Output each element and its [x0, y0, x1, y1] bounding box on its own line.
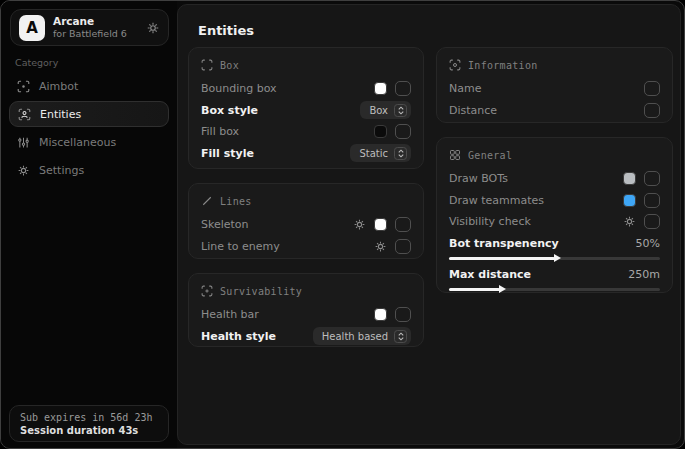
app-header-card: A Arcane for Battlefield 6	[10, 9, 169, 46]
color-swatch[interactable]	[623, 172, 636, 185]
visibility-config-gear-icon[interactable]	[623, 215, 636, 228]
setting-row-distance: Distance	[449, 100, 660, 122]
grid-icon	[449, 149, 461, 161]
box-style-dropdown[interactable]: Box	[360, 101, 411, 119]
survivability-icon	[201, 285, 213, 297]
health-style-dropdown[interactable]: Health based	[313, 327, 411, 345]
setting-row-box-style: Box style Box	[201, 100, 411, 122]
panel-title: General	[468, 150, 512, 161]
bounding-box-checkbox[interactable]	[395, 81, 411, 96]
category-label: Category	[15, 57, 58, 68]
skeleton-config-gear-icon[interactable]	[353, 218, 366, 231]
panel-title: Information	[468, 60, 538, 71]
panel-information: Information Name Distance	[436, 47, 673, 123]
session-duration-text: Session duration 43s	[20, 425, 158, 436]
main-content: Entities Box Bounding box Box style	[177, 4, 681, 445]
setting-row-visibility-check: Visibility check	[449, 211, 660, 233]
chevron-up-down-icon	[394, 330, 407, 343]
setting-row-line-to-enemy: Line to enemy	[201, 236, 411, 258]
chevron-up-down-icon	[394, 104, 407, 117]
setting-row-bounding-box: Bounding box	[201, 78, 411, 100]
panel-title: Survivability	[220, 286, 302, 297]
visibility-check-checkbox[interactable]	[644, 214, 660, 229]
panel-survivability: Survivability Health bar Health style He…	[188, 273, 424, 347]
panel-lines: Lines Skeleton Line to enemy	[188, 183, 424, 259]
setting-row-draw-teammates: Draw teammates	[449, 190, 660, 212]
app-logo: A	[19, 15, 45, 41]
app-subtitle: for Battlefield 6	[53, 28, 127, 40]
setting-row-health-bar: Health bar	[201, 304, 411, 326]
sidebar: A Arcane for Battlefield 6 Category Aimb…	[1, 1, 177, 448]
setting-row-fill-style: Fill style Static	[201, 143, 411, 165]
gear-icon	[17, 164, 30, 177]
panel-title: Lines	[220, 196, 252, 207]
crosshair-icon	[17, 80, 30, 93]
max-distance-slider-group: Max distance 250m	[449, 267, 660, 291]
color-swatch[interactable]	[374, 125, 387, 138]
line-icon	[201, 195, 213, 207]
sub-expiry-text: Sub expires in 56d 23h	[20, 412, 158, 423]
slider-thumb[interactable]	[554, 254, 561, 262]
entity-scan-icon	[18, 108, 31, 121]
fill-style-dropdown[interactable]: Static	[350, 144, 411, 162]
app-name: Arcane	[53, 15, 127, 28]
draw-bots-checkbox[interactable]	[644, 171, 660, 186]
panel-title: Box	[220, 60, 239, 71]
information-icon	[449, 59, 461, 71]
bot-transparency-slider[interactable]	[449, 257, 660, 260]
sidebar-item-label: Settings	[39, 164, 84, 177]
line-config-gear-icon[interactable]	[374, 240, 387, 253]
bot-transparency-slider-group: Bot transpenency 50%	[449, 236, 660, 260]
fill-box-checkbox[interactable]	[395, 124, 411, 139]
panel-general: General Draw BOTs Draw teammates Visibil…	[436, 137, 673, 293]
slider-value: 50%	[636, 237, 660, 250]
distance-checkbox[interactable]	[644, 103, 660, 118]
name-checkbox[interactable]	[644, 81, 660, 96]
page-title: Entities	[198, 23, 254, 38]
setting-row-fill-box: Fill box	[201, 121, 411, 143]
sidebar-item-label: Miscellaneous	[39, 136, 116, 149]
slider-value: 250m	[628, 268, 660, 281]
slider-thumb[interactable]	[499, 285, 506, 293]
health-bar-checkbox[interactable]	[395, 307, 411, 322]
sidebar-item-aimbot[interactable]: Aimbot	[9, 73, 169, 99]
setting-row-draw-bots: Draw BOTs	[449, 168, 660, 190]
color-swatch[interactable]	[374, 218, 387, 231]
sidebar-item-miscellaneous[interactable]: Miscellaneous	[9, 129, 169, 155]
draw-teammates-checkbox[interactable]	[644, 193, 660, 208]
setting-row-skeleton: Skeleton	[201, 214, 411, 236]
sidebar-item-label: Entities	[40, 108, 81, 121]
subscription-card: Sub expires in 56d 23h Session duration …	[9, 405, 169, 442]
sidebar-item-settings[interactable]: Settings	[9, 157, 169, 183]
skeleton-checkbox[interactable]	[395, 217, 411, 232]
sidebar-item-entities[interactable]: Entities	[9, 101, 169, 127]
sidebar-item-label: Aimbot	[39, 80, 78, 93]
app-window: A Arcane for Battlefield 6 Category Aimb…	[0, 0, 685, 449]
color-swatch[interactable]	[374, 82, 387, 95]
panel-box: Box Bounding box Box style Box	[188, 47, 424, 169]
setting-row-name: Name	[449, 78, 660, 100]
app-settings-icon[interactable]	[146, 21, 160, 35]
box-icon	[201, 59, 213, 71]
max-distance-slider[interactable]	[449, 288, 660, 291]
sliders-icon	[17, 136, 30, 149]
setting-row-health-style: Health style Health based	[201, 326, 411, 348]
color-swatch[interactable]	[374, 308, 387, 321]
chevron-up-down-icon	[394, 147, 407, 160]
color-swatch[interactable]	[623, 194, 636, 207]
line-to-enemy-checkbox[interactable]	[395, 239, 411, 254]
